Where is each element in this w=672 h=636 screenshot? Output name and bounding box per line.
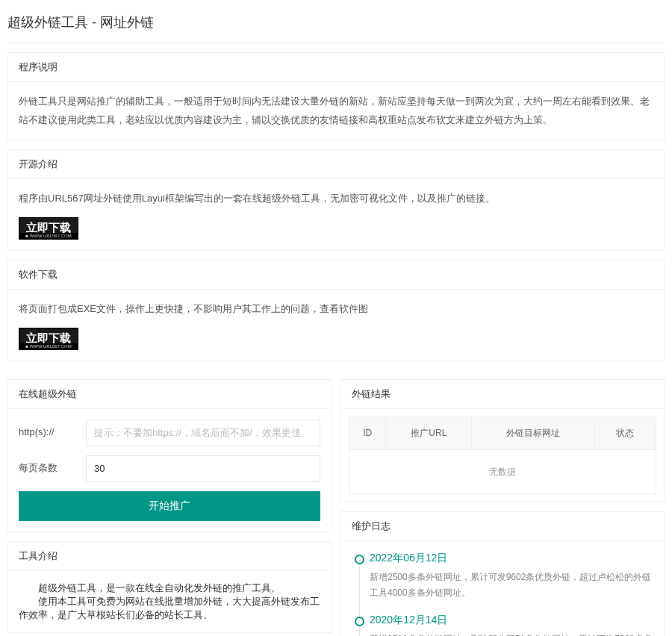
timeline-date: 2022年06月12日: [370, 552, 653, 565]
url-input[interactable]: [86, 420, 320, 446]
tool-intro-card: 工具介绍 超级外链工具，是一款在线全自动化发外链的推广工具。 使用本工具可免费为…: [7, 541, 332, 633]
col-url: 推广URL: [386, 417, 472, 449]
tool-intro-header: 工具介绍: [8, 542, 331, 571]
software-card: 软件下载 将页面打包成EXE文件，操作上更快捷，不影响用户其工作上的问题，查看软…: [7, 260, 665, 361]
opensource-header: 开源介绍: [8, 150, 664, 179]
tool-intro-p2: 使用本工具可免费为网站在线批量增加外链，大大提高外链发布工作效率，是广大草根站长…: [19, 595, 320, 622]
form-card: 在线超级外链 http(s):// 每页条数 开始推广: [7, 379, 332, 532]
page-title: 超级外链工具 - 网址外链: [7, 0, 665, 43]
timeline-desc: 新增2500多条外链网址，累计可发9602条优质外链，超过卢松松的外链工具400…: [370, 570, 653, 600]
form-header: 在线超级外链: [8, 380, 331, 409]
opensource-download-button[interactable]: 立即下载: [19, 217, 78, 240]
timeline-date: 2020年12月14日: [370, 614, 653, 627]
opensource-card: 开源介绍 程序由URL567网址外链使用Layui框架编写出的一套在线超级外链工…: [7, 149, 665, 251]
intro-body: 外链工具只是网站推广的辅助工具，一般适用于短时间内无法建设大量外链的新站，新站应…: [8, 82, 664, 140]
result-empty: 无数据: [349, 449, 656, 494]
changelog-header: 维护日志: [341, 512, 664, 541]
software-body: 将页面打包成EXE文件，操作上更快捷，不影响用户其工作上的问题，查看软件图: [19, 300, 653, 319]
pagesize-label: 每页条数: [19, 459, 86, 478]
timeline-item: 2022年06月12日 新增2500多条外链网址，累计可发9602条优质外链，超…: [352, 552, 653, 614]
intro-header: 程序说明: [8, 53, 664, 82]
result-card: 外链结果 ID 推广URL 外链目标网址 状态 无数据: [340, 379, 665, 503]
col-id: ID: [349, 417, 386, 449]
tool-intro-p1: 超级外链工具，是一款在线全自动化发外链的推广工具。: [19, 582, 320, 595]
col-status: 状态: [594, 417, 656, 449]
opensource-body: 程序由URL567网址外链使用Layui框架编写出的一套在线超级外链工具，无加密…: [19, 190, 653, 208]
timeline-item: 2020年12月14日 新增3500多条外链网址，删除部分了51条失效网址，累计…: [352, 614, 653, 636]
pagesize-input[interactable]: [86, 455, 320, 482]
col-target: 外链目标网址: [472, 417, 594, 449]
changelog-card: 维护日志 2022年06月12日 新增2500多条外链网址，累计可发9602条优…: [340, 511, 665, 636]
intro-card: 程序说明 外链工具只是网站推广的辅助工具，一般适用于短时间内无法建设大量外链的新…: [7, 52, 665, 140]
timeline-desc: 新增3500多条外链网址，删除部分了51条失效网址，累计可发7000多条外链。: [370, 632, 653, 636]
result-header: 外链结果: [341, 380, 664, 409]
software-download-button[interactable]: 立即下载: [19, 328, 78, 350]
result-table: ID 推广URL 外链目标网址 状态 无数据: [349, 417, 656, 495]
submit-button[interactable]: 开始推广: [19, 491, 320, 521]
url-label: http(s)://: [19, 423, 86, 442]
software-header: 软件下载: [8, 261, 664, 290]
